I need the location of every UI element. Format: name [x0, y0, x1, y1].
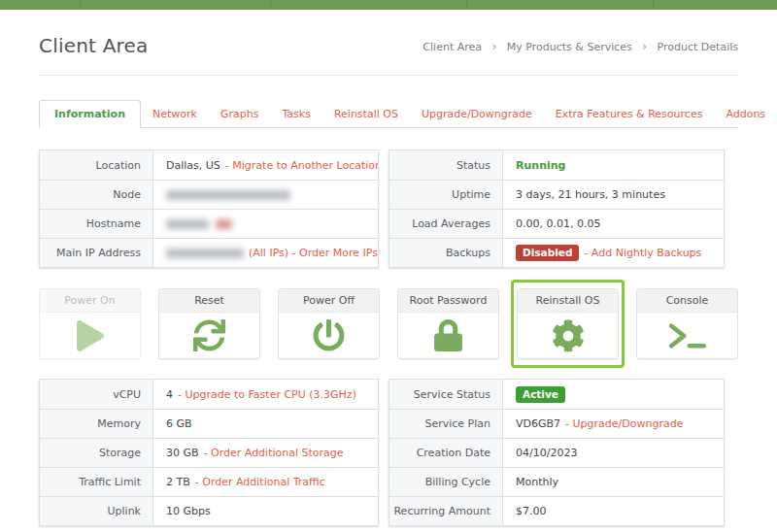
- table-row: Hostname: [40, 209, 378, 238]
- row-value: 4 - Upgrade to Faster CPU (3.3GHz): [153, 380, 378, 409]
- tab-upgrade-downgrade[interactable]: Upgrade/Downgrade: [410, 101, 544, 127]
- row-value: 04/10/2023: [503, 439, 724, 467]
- row-value: $7.00: [503, 497, 724, 525]
- power-icon: [279, 313, 379, 358]
- console-button[interactable]: Console: [636, 288, 738, 359]
- table-row: Recurring Amount $7.00: [389, 496, 724, 525]
- order-traffic-link[interactable]: - Order Additional Traffic: [195, 476, 325, 488]
- row-value: Monthly: [503, 468, 724, 496]
- tab-addons[interactable]: Addons: [714, 101, 777, 127]
- tab-graphs[interactable]: Graphs: [209, 101, 270, 127]
- row-label: Billing Cycle: [389, 468, 503, 496]
- redacted-ip-value: [166, 249, 244, 258]
- table-row: Node: [40, 180, 378, 209]
- reinstall-os-button[interactable]: Reinstall OS: [517, 288, 619, 359]
- row-label: Memory: [40, 410, 153, 438]
- table-row: Service Plan VD6GB7 - Upgrade/Downgrade: [389, 409, 724, 438]
- service-active-badge: Active: [516, 386, 565, 403]
- breadcrumb-product-details: Product Details: [658, 41, 738, 53]
- root-password-wrap: Root Password: [397, 288, 499, 359]
- uptime-value: 3 days, 21 hours, 3 minutes: [516, 188, 665, 201]
- header-divider: [39, 75, 738, 76]
- vcpu-value: 4: [166, 388, 173, 401]
- power-on-wrap: Power On: [39, 288, 141, 359]
- table-row: Creation Date 04/10/2023: [389, 438, 724, 467]
- reset-label: Reset: [159, 289, 259, 313]
- root-password-label: Root Password: [398, 289, 498, 313]
- table-row: Service Status Active: [389, 380, 724, 409]
- server-actions: Power On Reset Power Off: [39, 288, 738, 359]
- table-row: Uptime 3 days, 21 hours, 3 minutes: [389, 180, 724, 209]
- refresh-icon: [159, 313, 259, 358]
- tab-reinstall-os[interactable]: Reinstall OS: [322, 101, 410, 127]
- order-more-ips-link[interactable]: (All IPs) - Order More IPs: [249, 247, 378, 259]
- billing-cycle-value: Monthly: [516, 476, 558, 488]
- row-label: Service Status: [389, 380, 503, 409]
- status-info-table: Status Running Uptime 3 days, 21 hours, …: [388, 150, 725, 268]
- reset-button[interactable]: Reset: [158, 288, 260, 359]
- row-label: Load Averages: [389, 210, 503, 238]
- row-value: VD6GB7 - Upgrade/Downgrade: [503, 410, 724, 438]
- row-label: Uptime: [389, 181, 503, 209]
- breadcrumb-separator: ›: [492, 40, 497, 53]
- row-value: Dallas, US - Migrate to Another Location: [153, 150, 378, 180]
- gear-icon: [518, 313, 618, 358]
- breadcrumb: Client Area › My Products & Services › P…: [422, 40, 738, 53]
- tab-information[interactable]: Information: [39, 100, 141, 128]
- terminal-icon: [637, 313, 737, 358]
- row-label: Main IP Address: [40, 239, 153, 267]
- upgrade-plan-link[interactable]: - Upgrade/Downgrade: [565, 417, 683, 430]
- tab-tasks[interactable]: Tasks: [270, 101, 321, 127]
- row-label: Status: [389, 150, 503, 180]
- row-value: 30 GB - Order Additional Storage: [153, 439, 378, 467]
- breadcrumb-separator: ›: [642, 40, 647, 53]
- table-row: Storage 30 GB - Order Additional Storage: [40, 438, 378, 467]
- table-row: Traffic Limit 2 TB - Order Additional Tr…: [40, 467, 378, 496]
- row-value: [153, 210, 378, 238]
- table-row: Load Averages 0.00, 0.01, 0.05: [389, 209, 724, 238]
- memory-value: 6 GB: [166, 417, 192, 430]
- redacted-hostname-value: [166, 219, 209, 229]
- order-storage-link[interactable]: - Order Additional Storage: [204, 447, 344, 459]
- reinstall-os-label: Reinstall OS: [518, 289, 618, 313]
- migrate-location-link[interactable]: - Migrate to Another Location: [225, 159, 378, 172]
- breadcrumb-my-products[interactable]: My Products & Services: [507, 41, 632, 53]
- console-label: Console: [637, 289, 737, 313]
- table-row: Status Running: [389, 150, 724, 180]
- nav-separator: [270, 0, 271, 10]
- traffic-limit-value: 2 TB: [166, 476, 190, 488]
- row-label: Location: [40, 150, 153, 180]
- row-label: Traffic Limit: [40, 468, 153, 496]
- table-row: vCPU 4 - Upgrade to Faster CPU (3.3GHz): [40, 380, 378, 409]
- location-value: Dallas, US: [166, 159, 220, 172]
- row-label: Storage: [40, 439, 153, 467]
- power-off-label: Power Off: [279, 289, 379, 313]
- redacted-hostname-value: [216, 219, 232, 229]
- upgrade-cpu-link[interactable]: - Upgrade to Faster CPU (3.3GHz): [178, 388, 356, 401]
- power-on-label: Power On: [40, 289, 140, 313]
- load-averages-value: 0.00, 0.01, 0.05: [516, 217, 600, 230]
- tab-network[interactable]: Network: [141, 101, 209, 127]
- breadcrumb-client-area[interactable]: Client Area: [422, 41, 482, 53]
- table-row: Uplink 10 Gbps: [40, 496, 378, 525]
- row-label: Service Plan: [389, 410, 503, 438]
- row-value: Running: [503, 150, 724, 180]
- row-value: 3 days, 21 hours, 3 minutes: [503, 181, 724, 209]
- row-label: Node: [40, 181, 153, 209]
- row-value: 6 GB: [153, 410, 378, 438]
- status-running-value: Running: [516, 159, 565, 172]
- system-info-table: Location Dallas, US - Migrate to Another…: [39, 150, 379, 268]
- reset-wrap: Reset: [158, 288, 260, 359]
- top-nav-bar: [0, 0, 777, 10]
- tab-extra-features[interactable]: Extra Features & Resources: [544, 101, 715, 127]
- backups-disabled-badge: Disabled: [516, 245, 579, 261]
- add-backups-link[interactable]: - Add Nightly Backups: [584, 247, 701, 259]
- info-tables-top: Location Dallas, US - Migrate to Another…: [39, 150, 738, 268]
- root-password-button[interactable]: Root Password: [397, 288, 499, 359]
- nav-separator: [80, 0, 81, 10]
- power-off-button[interactable]: Power Off: [278, 288, 380, 359]
- service-plan-value: VD6GB7: [516, 417, 560, 430]
- table-row: Backups Disabled - Add Nightly Backups: [389, 238, 724, 267]
- table-row: Main IP Address (All IPs) - Order More I…: [40, 238, 378, 267]
- table-row: Location Dallas, US - Migrate to Another…: [40, 150, 378, 180]
